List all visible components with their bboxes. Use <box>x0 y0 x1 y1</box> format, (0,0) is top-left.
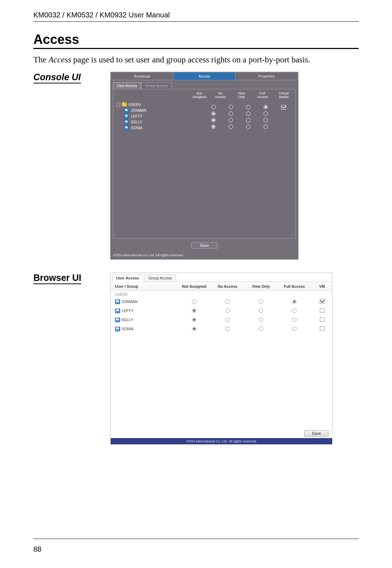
tab-user-access[interactable]: User Access <box>112 274 143 282</box>
checkbox-vm[interactable] <box>320 326 324 331</box>
radio-view_only[interactable] <box>246 124 250 129</box>
console-ui-figure: Broadcast Access Properties User Access … <box>110 72 298 260</box>
tree-user-name: LEFTY <box>131 114 142 118</box>
tab-group-access[interactable]: Group Access <box>144 274 176 282</box>
radio-full_access[interactable] <box>264 111 268 116</box>
radio-not_assigned[interactable] <box>211 124 216 129</box>
browser-ui-figure: User Access Group Access User / Group No… <box>110 273 332 445</box>
tree-user-name: JONMAN <box>131 109 146 113</box>
console-permission-grid <box>205 104 293 130</box>
table-row: KELLY <box>111 315 332 324</box>
radio-full_access[interactable] <box>264 124 268 129</box>
console-copyright: ATEN International Co. Ltd. All rights r… <box>111 252 298 259</box>
user-icon <box>115 308 120 313</box>
user-icon <box>115 318 120 322</box>
subtab-user-access[interactable]: User Access <box>113 82 141 89</box>
radio-full_access[interactable] <box>292 318 297 322</box>
footer-rule <box>33 539 359 539</box>
radio-no_access[interactable] <box>225 327 230 331</box>
th-vm: VM <box>310 282 332 291</box>
radio-no_access[interactable] <box>225 318 230 322</box>
header-rule <box>33 21 359 22</box>
checkbox-vm[interactable] <box>320 299 324 304</box>
col-no-access: No Access <box>212 91 229 99</box>
radio-no_access[interactable] <box>229 105 233 109</box>
radio-no_access[interactable] <box>225 308 230 313</box>
intro-paragraph: The Access page is used to set user and … <box>33 54 359 65</box>
tab-access[interactable]: Access <box>173 72 236 80</box>
intro-post: page is used to set user and group acces… <box>71 55 310 64</box>
radio-full_access[interactable] <box>292 308 297 313</box>
console-top-tabs: Broadcast Access Properties <box>111 72 298 80</box>
console-subtabs: User Access Group Access <box>111 82 298 89</box>
radio-full_access[interactable] <box>292 327 297 331</box>
user-icon <box>115 327 120 331</box>
th-not-assigned: Not Assigned <box>177 282 210 291</box>
col-full-access: Full Access <box>254 91 271 99</box>
th-user-group: User / Group <box>111 282 177 291</box>
checkbox-vm[interactable] <box>320 317 324 322</box>
tree-root-label: USERS <box>128 103 141 107</box>
radio-view_only[interactable] <box>246 118 250 122</box>
console-body: Not Assigned No Access View Only Full Ac… <box>113 89 296 238</box>
user-icon <box>124 114 129 119</box>
user-icon <box>124 120 129 124</box>
table-row: SONIA <box>111 324 332 334</box>
checkbox-virtual-media[interactable] <box>281 105 286 110</box>
tab-properties[interactable]: Properties <box>236 72 298 80</box>
radio-not_assigned[interactable] <box>211 105 216 109</box>
radio-no_access[interactable] <box>229 118 233 122</box>
radio-full_access[interactable] <box>292 299 297 304</box>
col-view-only: View Only <box>233 91 250 99</box>
col-not-assigned: Not Assigned <box>191 91 208 99</box>
browser-access-table: User / Group Not Assigned No Access View… <box>111 282 332 334</box>
tree-collapse-icon[interactable]: − <box>116 103 120 107</box>
table-row: JONMAN <box>111 297 332 306</box>
row-user-name: KELLY <box>122 318 133 322</box>
radio-view_only[interactable] <box>259 308 263 313</box>
folder-icon <box>122 102 127 107</box>
intro-emphasis: Access <box>49 55 72 64</box>
browser-tabs: User Access Group Access <box>111 273 332 282</box>
radio-not_assigned[interactable] <box>192 308 196 313</box>
table-row: LEFTY <box>111 306 332 315</box>
save-button[interactable]: Save <box>304 430 328 437</box>
radio-full_access[interactable] <box>264 118 268 122</box>
radio-not_assigned[interactable] <box>192 327 196 331</box>
section-title: Access <box>33 32 359 47</box>
radio-view_only[interactable] <box>259 327 263 331</box>
radio-full_access[interactable] <box>264 105 268 109</box>
intro-pre: The <box>33 55 49 64</box>
radio-not_assigned[interactable] <box>211 118 216 122</box>
col-virtual-media: Virtual Media <box>275 91 293 99</box>
subtab-group-access[interactable]: Group Access <box>141 82 172 89</box>
radio-no_access[interactable] <box>229 124 233 129</box>
th-view-only: View Only <box>244 282 277 291</box>
subheading-browser-ui: Browser UI <box>33 273 81 284</box>
radio-view_only[interactable] <box>259 299 263 304</box>
running-header: KM0032 / KM0532 / KM0932 User Manual <box>33 11 359 19</box>
browser-copyright: ATEN International Co. Ltd. All rights r… <box>111 438 332 444</box>
radio-no_access[interactable] <box>229 111 233 116</box>
tab-broadcast[interactable]: Broadcast <box>111 72 173 80</box>
subheading-console-ui: Console UI <box>33 72 81 83</box>
radio-view_only[interactable] <box>259 318 263 322</box>
radio-view_only[interactable] <box>246 111 250 116</box>
checkbox-vm[interactable] <box>320 308 324 313</box>
radio-not_assigned[interactable] <box>192 299 196 304</box>
radio-not_assigned[interactable] <box>211 111 216 116</box>
save-button[interactable]: Save <box>191 242 217 249</box>
radio-view_only[interactable] <box>246 105 250 109</box>
radio-not_assigned[interactable] <box>192 318 196 322</box>
tree-user-name: KELLY <box>131 120 142 124</box>
user-icon <box>124 126 129 130</box>
th-no-access: No Access <box>210 282 244 291</box>
browser-body: User / Group Not Assigned No Access View… <box>111 282 332 438</box>
page-number: 88 <box>33 545 41 553</box>
row-user-name: LEFTY <box>122 308 134 313</box>
th-full-access: Full Access <box>277 282 310 291</box>
user-icon <box>124 108 129 113</box>
title-rule <box>33 48 359 49</box>
radio-no_access[interactable] <box>225 299 230 304</box>
row-user-name: SONIA <box>122 327 134 331</box>
